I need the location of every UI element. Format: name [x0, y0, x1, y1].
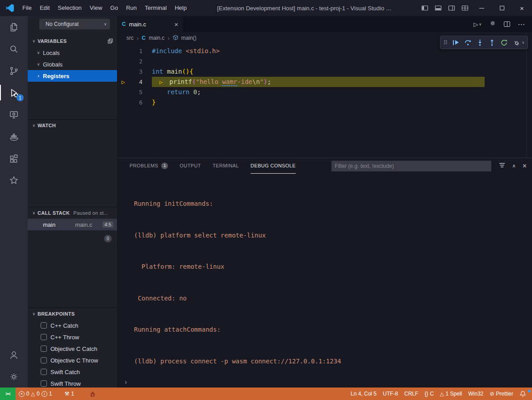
variables-header[interactable]: ∨ VARIABLES	[28, 35, 117, 47]
tab-main-c[interactable]: C main.c ×	[117, 16, 183, 32]
activity-extensions[interactable]	[0, 147, 28, 169]
activity-accounts[interactable]	[0, 344, 28, 366]
toggle-panel-icon[interactable]	[431, 0, 445, 16]
step-into-button[interactable]	[474, 37, 485, 48]
console-input[interactable]: ›	[125, 378, 127, 386]
platform-target[interactable]: Win32	[465, 391, 486, 397]
checkbox[interactable]	[41, 369, 47, 375]
tab-problems[interactable]: PROBLEMS 1	[130, 158, 168, 174]
chevron-down-icon[interactable]: ∨	[522, 41, 524, 45]
run-file-button[interactable]: ▷ ∨	[473, 21, 482, 28]
toggle-secondary-sidebar-icon[interactable]	[445, 0, 458, 16]
close-button[interactable]: ×	[512, 0, 532, 16]
menu-view[interactable]: View	[86, 0, 106, 16]
debug-current-line-arrow-icon[interactable]: ▷	[117, 77, 129, 87]
minimize-button[interactable]	[472, 0, 492, 16]
breakpoint-swift-throw[interactable]: Swift Throw	[28, 378, 117, 388]
tasks-status[interactable]: ⚒ 1	[61, 388, 77, 400]
maximize-button[interactable]	[492, 0, 512, 16]
activity-source-control[interactable]	[0, 60, 28, 82]
checkbox[interactable]	[41, 322, 47, 329]
activity-run-debug[interactable]: 1	[0, 82, 28, 104]
menu-selection[interactable]: Selection	[54, 0, 85, 16]
notifications[interactable]	[516, 391, 529, 397]
split-editor-icon[interactable]	[504, 21, 510, 27]
watch-header[interactable]: ∨ WATCH	[28, 120, 117, 131]
menu-help[interactable]: Help	[171, 0, 191, 16]
settings-gear-icon[interactable]	[489, 20, 496, 29]
encoding[interactable]: UTF-8	[380, 391, 401, 397]
language-mode[interactable]: {} C	[421, 391, 437, 397]
console-filter-input[interactable]	[331, 161, 491, 171]
bottom-panel: PROBLEMS 1 OUTPUT TERMINAL DEBUG CONSOLE…	[117, 158, 532, 388]
editor-actions: ▷ ∨ ⋯	[473, 16, 532, 32]
breakpoint-gutter[interactable]	[117, 97, 129, 108]
activity-favorites[interactable]	[0, 169, 28, 191]
activity-explorer[interactable]	[0, 16, 28, 38]
remote-indicator[interactable]: ><	[0, 388, 16, 400]
customize-layout-icon[interactable]	[458, 0, 472, 16]
tab-close-icon[interactable]: ×	[174, 21, 178, 28]
spell-checker[interactable]: △ 1 Spell	[437, 391, 465, 397]
tree-item-label: Globals	[43, 61, 63, 68]
menu-file[interactable]: File	[18, 0, 36, 16]
breakpoint-gutter[interactable]	[117, 56, 129, 67]
activity-search[interactable]	[0, 38, 28, 60]
breakpoints-header[interactable]: ∨ BREAKPOINTS	[28, 308, 117, 320]
tree-item-globals[interactable]: ∨ Globals	[28, 58, 117, 70]
window-title: [Extension Development Host] main.c - te…	[191, 5, 418, 12]
activity-remote-explorer[interactable]	[0, 104, 28, 125]
checkbox[interactable]	[41, 380, 47, 387]
menu-run[interactable]: Run	[122, 0, 141, 16]
disconnect-button[interactable]	[511, 37, 521, 48]
continue-button[interactable]	[450, 37, 461, 48]
stack-frame-row[interactable]: main main.c 4:5	[28, 219, 117, 230]
tab-output[interactable]: OUTPUT	[180, 158, 201, 174]
tree-item-registers[interactable]: › Registers	[28, 70, 117, 82]
filter-lines-icon[interactable]	[498, 162, 506, 171]
tab-debug-console[interactable]: DEBUG CONSOLE	[251, 158, 296, 174]
cursor-position[interactable]: Ln 4, Col 5	[348, 391, 380, 397]
step-out-button[interactable]	[486, 37, 497, 48]
breakpoint-gutter[interactable]	[117, 46, 129, 56]
tab-terminal[interactable]: TERMINAL	[213, 158, 239, 174]
callstack-status: Paused on st...	[73, 210, 108, 216]
debug-config-dropdown[interactable]: No Configurat ∨	[39, 19, 110, 29]
checkbox[interactable]	[41, 346, 47, 352]
checkbox[interactable]	[41, 334, 47, 340]
breakpoint-gutter[interactable]	[117, 87, 129, 97]
activity-docker[interactable]	[0, 125, 28, 147]
step-over-button[interactable]	[462, 37, 473, 48]
drag-grip-icon[interactable]: ⠿	[444, 39, 448, 46]
problems-status[interactable]: × 0 △ 0 i 1	[16, 388, 55, 400]
formatter-status[interactable]: ⊘ Prettier	[486, 391, 516, 397]
restart-button[interactable]	[498, 37, 509, 48]
tree-item-locals[interactable]: ∨ Locals	[28, 47, 117, 58]
menu-edit[interactable]: Edit	[36, 0, 54, 16]
breakpoint-cpp-catch[interactable]: C++ Catch	[28, 320, 117, 331]
menu-terminal[interactable]: Terminal	[141, 0, 171, 16]
breakpoint-objc-throw[interactable]: Objective C Throw	[28, 354, 117, 366]
breadcrumb-symbol[interactable]: main()	[181, 35, 197, 41]
checkbox[interactable]	[41, 357, 47, 363]
editor-scrollbar[interactable]	[526, 32, 532, 158]
debug-status[interactable]	[86, 388, 99, 400]
eol-sequence[interactable]: CRLF	[401, 391, 421, 397]
activity-settings[interactable]	[0, 366, 28, 388]
breakpoint-gutter[interactable]	[117, 67, 129, 77]
platform-label: Win32	[468, 391, 483, 397]
code-editor[interactable]: 1 #include <stdio.h> 2 3 int main(){	[117, 44, 532, 158]
breakpoint-objc-catch[interactable]: Objective C Catch	[28, 343, 117, 354]
close-panel-icon[interactable]: ×	[523, 162, 527, 170]
breakpoint-swift-catch[interactable]: Swift Catch	[28, 366, 117, 378]
maximize-panel-icon[interactable]: ∧	[512, 163, 516, 169]
more-actions-icon[interactable]: ⋯	[518, 20, 525, 29]
breadcrumb-file[interactable]: main.c	[149, 35, 164, 41]
toggle-sidebar-icon[interactable]	[418, 0, 431, 16]
variables-panel-icon[interactable]	[107, 38, 113, 44]
breadcrumb-folder[interactable]: src	[126, 35, 134, 41]
callstack-header[interactable]: ∨ CALL STACK Paused on st...	[28, 207, 117, 219]
menu-go[interactable]: Go	[106, 0, 122, 16]
breakpoint-cpp-throw[interactable]: C++ Throw	[28, 331, 117, 343]
docker-icon	[8, 131, 19, 142]
